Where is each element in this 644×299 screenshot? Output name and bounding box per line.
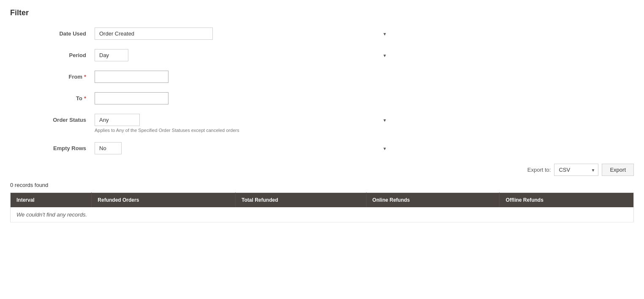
from-required-star: * xyxy=(84,74,86,80)
order-status-label: Order Status xyxy=(10,114,95,123)
period-select[interactable]: Day Month Year xyxy=(95,49,128,61)
col-interval: Interval xyxy=(11,193,92,208)
order-status-hint: Applies to Any of the Specified Order St… xyxy=(95,128,390,133)
empty-rows-control: No Yes xyxy=(95,142,390,154)
period-control: Day Month Year xyxy=(95,49,390,61)
from-label: From xyxy=(68,74,82,80)
date-used-select[interactable]: Order Created Order Updated xyxy=(95,27,213,40)
empty-rows-row: Empty Rows No Yes xyxy=(10,142,390,154)
page-container: Filter Date Used Order Created Order Upd… xyxy=(0,0,644,231)
period-select-wrapper[interactable]: Day Month Year xyxy=(95,49,390,61)
date-used-select-wrapper[interactable]: Order Created Order Updated xyxy=(95,27,390,40)
to-label-wrap: To * xyxy=(10,92,95,101)
from-input[interactable] xyxy=(95,71,168,83)
data-table: Interval Refunded Orders Total Refunded … xyxy=(10,192,634,222)
to-input[interactable] xyxy=(95,92,168,104)
col-offline-refunds: Offline Refunds xyxy=(500,193,634,208)
col-online-refunds: Online Refunds xyxy=(366,193,500,208)
no-records-row: We couldn't find any records. xyxy=(11,207,634,222)
order-status-select[interactable]: Any Pending Processing Complete Closed C… xyxy=(95,114,140,126)
export-format-select-wrapper[interactable]: CSV Excel XML xyxy=(554,164,598,176)
date-used-row: Date Used Order Created Order Updated xyxy=(10,27,390,40)
period-label: Period xyxy=(10,49,95,58)
table-header: Interval Refunded Orders Total Refunded … xyxy=(11,193,634,208)
table-header-row: Interval Refunded Orders Total Refunded … xyxy=(11,193,634,208)
date-used-label: Date Used xyxy=(10,27,95,37)
page-title: Filter xyxy=(10,8,634,17)
export-bar: Export to: CSV Excel XML Export xyxy=(10,164,634,176)
export-button[interactable]: Export xyxy=(602,164,634,176)
from-label-wrap: From * xyxy=(10,71,95,80)
order-status-row: Order Status Any Pending Processing Comp… xyxy=(10,114,390,133)
from-row: From * xyxy=(10,71,390,83)
empty-rows-label: Empty Rows xyxy=(10,142,95,151)
export-label: Export to: xyxy=(527,167,551,173)
to-required-star: * xyxy=(84,95,86,101)
date-used-control: Order Created Order Updated xyxy=(95,27,390,40)
table-body: We couldn't find any records. xyxy=(11,207,634,222)
export-format-select[interactable]: CSV Excel XML xyxy=(554,164,598,176)
to-control xyxy=(95,92,390,104)
order-status-select-wrapper[interactable]: Any Pending Processing Complete Closed C… xyxy=(95,114,390,126)
to-row: To * xyxy=(10,92,390,104)
to-label: To xyxy=(76,95,82,101)
no-records-message: We couldn't find any records. xyxy=(11,207,634,222)
filter-form: Date Used Order Created Order Updated Pe… xyxy=(10,27,390,154)
col-total-refunded: Total Refunded xyxy=(236,193,367,208)
period-row: Period Day Month Year xyxy=(10,49,390,61)
records-count: 0 records found xyxy=(10,182,634,188)
from-control xyxy=(95,71,390,83)
col-refunded-orders: Refunded Orders xyxy=(92,193,236,208)
empty-rows-select[interactable]: No Yes xyxy=(95,142,122,154)
order-status-control: Any Pending Processing Complete Closed C… xyxy=(95,114,390,133)
empty-rows-select-wrapper[interactable]: No Yes xyxy=(95,142,390,154)
